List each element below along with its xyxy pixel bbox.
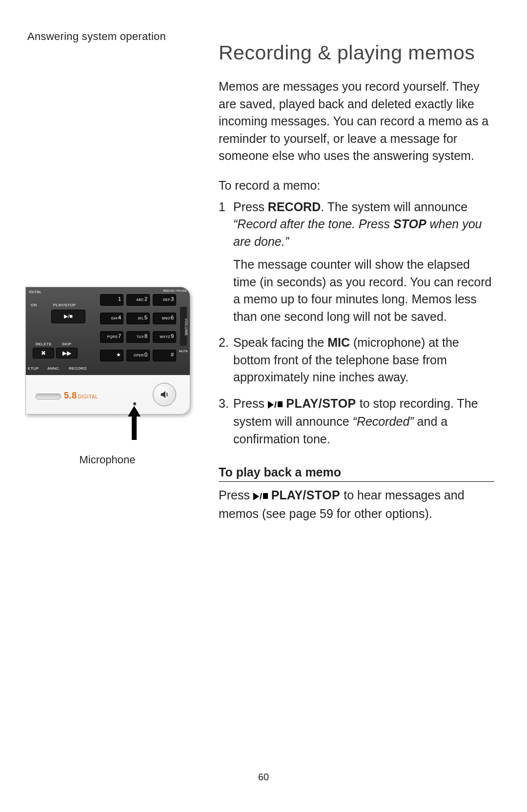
label-annc: ANNC.: [47, 366, 60, 371]
key-9: WXYZ9: [153, 331, 176, 343]
arrow-icon: [128, 406, 141, 440]
key-0: OPER0: [126, 350, 150, 361]
delete-button: ✖: [33, 348, 54, 358]
microphone-caption: Microphone: [25, 454, 189, 466]
key-8: TUV8: [126, 331, 150, 343]
key-7: PQRS7: [100, 331, 123, 343]
key-6: MNO6: [153, 313, 176, 324]
key-hash: #: [153, 350, 176, 361]
device-figure: IGITAL REDIAL/ PAUSE ON PLAY/STOP 1 ABC2…: [25, 287, 189, 466]
label-playstop: PLAY/STOP: [53, 303, 76, 307]
key-2: ABC2: [126, 294, 150, 306]
play-stop-icon: /: [268, 396, 283, 414]
key-1: 1: [100, 294, 123, 306]
label-redial-pause: REDIAL/ PAUSE: [163, 289, 187, 292]
brand-logo: 5.8DIGITAL: [64, 391, 98, 401]
intro-paragraph: Memos are messages you record yourself. …: [219, 78, 494, 165]
phone-base-illustration: IGITAL REDIAL/ PAUSE ON PLAY/STOP 1 ABC2…: [25, 287, 190, 415]
playback-heading: To play back a memo: [219, 465, 494, 482]
speaker-icon: [153, 383, 176, 406]
key-4: GHI4: [100, 313, 123, 324]
svg-rect-6: [263, 493, 268, 499]
label-digital: IGITAL: [29, 290, 42, 294]
svg-marker-4: [253, 493, 259, 500]
key-3: DEF3: [153, 294, 176, 306]
skip-button: ▶▶: [56, 348, 78, 358]
play-stop-icon: /: [253, 488, 268, 505]
step-2: Speak facing the MIC (microphone) at the…: [219, 334, 494, 386]
label-volume: VOLUME: [184, 318, 188, 336]
playstop-button: ▶/■: [51, 310, 85, 323]
microphone-dot: [133, 402, 136, 405]
svg-text:/: /: [274, 401, 277, 409]
playback-paragraph: Press / PLAY/STOP to hear messages and m…: [219, 487, 494, 522]
svg-marker-0: [128, 406, 141, 440]
running-head: Answering system operation: [27, 30, 166, 43]
label-setup: ETUP: [28, 366, 39, 371]
key-star: ★: [100, 350, 123, 361]
svg-rect-3: [278, 401, 283, 407]
step-1-details: The message counter will show the elapse…: [233, 256, 494, 325]
label-mute: MUTE: [179, 350, 188, 353]
page-title: Recording & playing memos: [219, 41, 494, 64]
label-skip: SKIP: [62, 342, 71, 346]
label-delete: DELETE: [36, 342, 52, 346]
label-on: ON: [31, 303, 37, 307]
slot: [36, 394, 61, 399]
label-record: RECORD: [69, 366, 86, 371]
svg-marker-1: [268, 401, 274, 409]
page-number: 60: [0, 772, 527, 783]
step-3: Press / PLAY/STOP to stop recording. The…: [219, 395, 494, 448]
key-5: JKL5: [126, 313, 150, 324]
step-1: Press RECORD. The system will announce “…: [219, 198, 494, 326]
record-heading: To record a memo:: [219, 178, 494, 193]
svg-text:/: /: [260, 493, 262, 500]
